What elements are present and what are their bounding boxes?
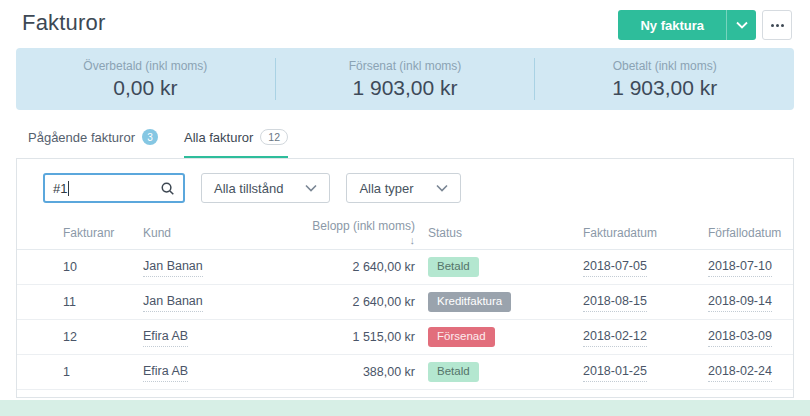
summary-overdue-value: 1 903,00 kr (352, 76, 457, 100)
column-header-fakturadatum[interactable]: Fakturadatum (583, 226, 708, 240)
status-filter-select[interactable]: Alla tillstånd (201, 173, 330, 203)
type-filter-select[interactable]: Alla typer (346, 173, 460, 203)
new-invoice-split-button: Ny faktura (618, 10, 756, 40)
table-header-row: Fakturanr Kund Belopp (inkl moms) ↓ Stat… (17, 217, 793, 250)
status-badge: Betald (428, 257, 479, 277)
status-filter-value: Alla tillstånd (214, 181, 283, 196)
invoice-row[interactable]: 10 Jan Banan 2 640,00 kr Betald 2018-07-… (17, 250, 793, 285)
cell-fakturadatum[interactable]: 2018-02-12 (583, 327, 708, 347)
invoice-row[interactable]: 11 Jan Banan 2 640,00 kr Kreditfaktura 2… (17, 285, 793, 320)
filter-row: #1 Alla tillstånd Alla typer (17, 159, 793, 217)
tab-ongoing-invoices[interactable]: Pågående fakturor 3 (28, 128, 158, 158)
invoice-tabs: Pågående fakturor 3 Alla fakturor 12 (16, 110, 794, 158)
cell-status: Kreditfaktura (428, 292, 583, 312)
type-filter-value: Alla typer (359, 181, 413, 196)
invoice-row[interactable]: 12 Efira AB 1 515,00 kr Försenad 2018-02… (17, 320, 793, 355)
more-options-icon (771, 24, 784, 27)
top-bar: Fakturor Ny faktura (16, 0, 794, 46)
status-badge: Kreditfaktura (428, 292, 511, 312)
cell-status: Försenad (428, 327, 583, 347)
cell-fakturanr: 12 (63, 330, 143, 344)
sort-descending-icon: ↓ (410, 234, 416, 246)
text-caret (68, 181, 69, 196)
summary-overdue-label: Försenat (inkl moms) (349, 59, 462, 73)
page-bottom-strip (0, 400, 810, 416)
cell-kund[interactable]: Efira AB (143, 362, 307, 382)
cell-fakturadatum[interactable]: 2018-01-25 (583, 362, 708, 382)
summary-overdue: Försenat (inkl moms) 1 903,00 kr (276, 48, 535, 110)
cell-forfallodatum[interactable]: 2018-03-09 (708, 327, 775, 347)
column-header-belopp-label: Belopp (inkl moms) (312, 219, 415, 233)
summary-overpaid-label: Överbetald (inkl moms) (83, 59, 207, 73)
column-header-fakturanr[interactable]: Fakturanr (63, 226, 143, 240)
cell-belopp: 2 640,00 kr (307, 295, 428, 309)
header-actions: Ny faktura (618, 10, 792, 40)
status-badge: Betald (428, 362, 479, 382)
column-header-belopp[interactable]: Belopp (inkl moms) ↓ (307, 219, 428, 247)
cell-fakturanr: 11 (63, 295, 143, 309)
invoices-page: Fakturor Ny faktura Överbetald (inkl mom… (0, 0, 810, 398)
invoice-table: Fakturanr Kund Belopp (inkl moms) ↓ Stat… (17, 217, 793, 390)
search-input[interactable]: #1 (43, 173, 185, 203)
search-input-value: #1 (53, 181, 67, 196)
cell-fakturadatum[interactable]: 2018-07-05 (583, 257, 708, 277)
tab-ongoing-label: Pågående fakturor (28, 130, 135, 145)
cell-status: Betald (428, 362, 583, 382)
summary-bar: Överbetald (inkl moms) 0,00 kr Försenat … (16, 48, 794, 110)
status-badge: Försenad (428, 327, 495, 347)
column-header-kund[interactable]: Kund (143, 226, 307, 240)
summary-unpaid-label: Obetalt (inkl moms) (613, 59, 717, 73)
search-icon (160, 181, 175, 196)
cell-kund[interactable]: Jan Banan (143, 292, 307, 312)
cell-belopp: 388,00 kr (307, 365, 428, 379)
tab-ongoing-count-badge: 3 (142, 129, 158, 145)
more-options-button[interactable] (762, 10, 792, 40)
tab-all-invoices[interactable]: Alla fakturor 12 (184, 128, 288, 158)
new-invoice-dropdown-button[interactable] (726, 10, 756, 40)
cell-forfallodatum[interactable]: 2018-07-10 (708, 257, 775, 277)
summary-overpaid-value: 0,00 kr (113, 76, 177, 100)
invoice-list-card: #1 Alla tillstånd Alla typer Fakturanr K… (16, 158, 794, 398)
cell-fakturadatum[interactable]: 2018-08-15 (583, 292, 708, 312)
cell-fakturanr: 10 (63, 260, 143, 274)
cell-kund[interactable]: Efira AB (143, 327, 307, 347)
new-invoice-button[interactable]: Ny faktura (618, 10, 726, 40)
invoice-row[interactable]: 1 Efira AB 388,00 kr Betald 2018-01-25 2… (17, 355, 793, 390)
column-header-forfallodatum[interactable]: Förfallodatum (708, 226, 781, 240)
cell-status: Betald (428, 257, 583, 277)
summary-unpaid: Obetalt (inkl moms) 1 903,00 kr (535, 48, 794, 110)
cell-forfallodatum[interactable]: 2018-02-24 (708, 362, 775, 382)
cell-kund[interactable]: Jan Banan (143, 257, 307, 277)
cell-forfallodatum[interactable]: 2018-09-14 (708, 292, 775, 312)
summary-overpaid: Överbetald (inkl moms) 0,00 kr (16, 48, 275, 110)
cell-belopp: 1 515,00 kr (307, 330, 428, 344)
cell-fakturanr: 1 (63, 365, 143, 379)
cell-belopp: 2 640,00 kr (307, 260, 428, 274)
summary-unpaid-value: 1 903,00 kr (612, 76, 717, 100)
chevron-down-icon (305, 184, 317, 192)
tab-all-count-badge: 12 (260, 129, 288, 145)
page-title: Fakturor (22, 10, 106, 36)
chevron-down-icon (436, 184, 448, 192)
chevron-down-icon (736, 21, 748, 29)
tab-all-label: Alla fakturor (184, 130, 253, 145)
column-header-status[interactable]: Status (428, 226, 583, 240)
